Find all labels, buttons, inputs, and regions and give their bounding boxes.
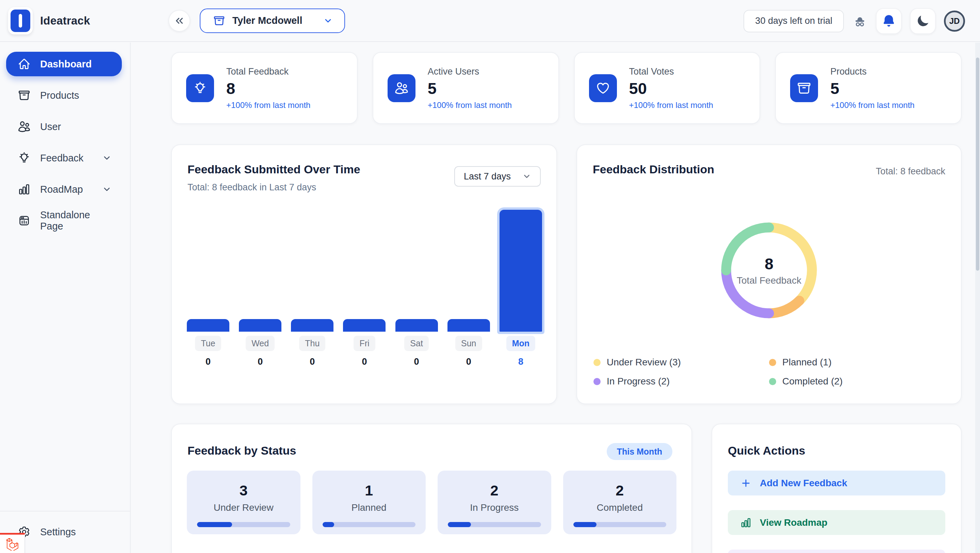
range-selector-value: Last 7 days: [464, 171, 511, 182]
donut-total-label: Total: 8 feedback: [876, 166, 945, 177]
user-avatar[interactable]: JD: [944, 11, 965, 32]
stat-card-total-feedback: Total Feedback 8 +100% from last month: [171, 52, 358, 124]
incognito-icon[interactable]: [852, 13, 868, 29]
stat-label: Total Votes: [629, 66, 713, 77]
bar-label-sat: Sat 0: [395, 336, 438, 367]
chart-bar-icon: [740, 517, 751, 528]
stat-value: 8: [226, 79, 310, 98]
stat-label: Total Feedback: [226, 66, 310, 77]
status-tile-planned: 1 Planned: [312, 470, 426, 534]
stat-card-total-votes: Total Votes 50 +100% from last month: [574, 52, 760, 124]
bar-mon[interactable]: [500, 210, 542, 331]
legend-under-review: Under Review (3): [593, 357, 769, 368]
sidebar-item-label: Feedback: [40, 153, 83, 164]
sidebar-item-label: User: [40, 121, 61, 132]
chevron-down-icon: [102, 153, 111, 163]
archive-box-icon: [18, 89, 30, 102]
workspace-name: Tyler Mcdowell: [232, 15, 302, 26]
moon-icon: [916, 14, 930, 28]
stat-value: 5: [428, 79, 512, 98]
sidebar-item-roadmap[interactable]: RoadMap: [6, 177, 122, 202]
debugbar-toggle[interactable]: [0, 533, 25, 553]
stat-card-active-users: Active Users 5 +100% from last month: [372, 52, 559, 124]
stat-card-products: Products 5 +100% from last month: [775, 52, 962, 124]
double-chevron-left-icon: [173, 15, 185, 27]
stat-value: 50: [629, 79, 713, 98]
sidebar-item-user[interactable]: User: [6, 115, 122, 139]
progress-bar: [197, 522, 290, 527]
stat-label: Active Users: [428, 66, 512, 77]
feedback-by-status-card: Feedback by Status This Month 3 Under Re…: [171, 424, 692, 553]
main-content: Total Feedback 8 +100% from last month A…: [130, 43, 980, 553]
plus-icon: [740, 478, 751, 489]
workspace-selector[interactable]: Tyler Mcdowell: [200, 8, 345, 33]
quick-actions-title: Quick Actions: [728, 444, 805, 457]
archive-box-icon: [213, 15, 225, 27]
sidebar-item-label: Settings: [40, 526, 76, 538]
chevron-down-icon: [522, 172, 531, 181]
legend-completed: Completed (2): [769, 376, 945, 387]
donut-center-value: 8: [765, 255, 773, 273]
legend-dot: [769, 359, 776, 366]
legend-dot: [593, 378, 601, 385]
bar-thu[interactable]: [291, 319, 334, 331]
sidebar-item-label: Standalone Page: [40, 209, 111, 232]
trial-status-badge: 30 days left on trial: [743, 10, 844, 32]
legend-dot: [593, 359, 601, 366]
chart-subtitle: Total: 8 feedback in Last 7 days: [188, 182, 360, 193]
add-new-feedback-button[interactable]: Add New Feedback: [728, 470, 945, 496]
sidebar-item-label: Dashboard: [40, 59, 92, 70]
chart-bar-icon: [18, 183, 30, 196]
stat-value: 5: [830, 79, 914, 98]
sidebar-item-standalone-page[interactable]: Standalone Page: [6, 209, 122, 233]
scrollbar-thumb[interactable]: [976, 57, 979, 271]
app-name: Ideatrack: [40, 14, 90, 27]
panel-icon: [18, 214, 30, 227]
legend-planned: Planned (1): [769, 357, 945, 368]
chevron-down-icon: [323, 16, 333, 25]
sidebar-item-label: Products: [40, 90, 79, 101]
dark-mode-toggle[interactable]: [910, 8, 936, 34]
bar-label-sun: Sun 0: [447, 336, 490, 367]
bell-icon: [881, 14, 896, 29]
home-icon: [18, 57, 30, 70]
status-title: Feedback by Status: [188, 444, 296, 457]
bar-chart-labels: Tue 0 Wed 0 Thu 0 Fri 0 Sat 0 Sun 0: [187, 336, 542, 367]
view-roadmap-button[interactable]: View Roadmap: [728, 510, 945, 535]
legend-in-progress: In Progress (2): [593, 376, 769, 387]
scrollbar-track: [975, 43, 980, 553]
feedback-distribution-card: Feedback Distribution Total: 8 feedback …: [576, 144, 962, 404]
lightbulb-icon: [186, 74, 214, 102]
sidebar-item-products[interactable]: Products: [6, 83, 122, 108]
bar-label-wed: Wed 0: [239, 336, 282, 367]
sidebar-item-label: RoadMap: [40, 184, 83, 195]
bar-sun[interactable]: [447, 319, 490, 331]
users-icon: [18, 120, 30, 133]
sidebar-item-feedback[interactable]: Feedback: [6, 146, 122, 170]
bar-chart: [187, 206, 542, 331]
bar-wed[interactable]: [239, 319, 282, 331]
sidebar-collapse-button[interactable]: [169, 10, 190, 32]
bar-sat[interactable]: [395, 319, 438, 331]
bar-label-thu: Thu 0: [291, 336, 334, 367]
sidebar-item-dashboard[interactable]: Dashboard: [6, 52, 122, 76]
notifications-button[interactable]: [876, 8, 902, 34]
bar-fri[interactable]: [343, 319, 385, 331]
heart-icon: [589, 74, 617, 102]
progress-bar: [573, 522, 667, 527]
status-tile-under-review: 3 Under Review: [187, 470, 301, 534]
stats-row: Total Feedback 8 +100% from last month A…: [171, 52, 962, 124]
donut-title: Feedback Distribution: [593, 163, 714, 176]
stat-delta: +100% from last month: [428, 100, 512, 110]
donut-chart[interactable]: 8 Total Feedback: [714, 216, 824, 325]
legend-dot: [769, 378, 776, 385]
stat-label: Products: [830, 66, 914, 77]
bar-tue[interactable]: [187, 319, 229, 331]
sidebar: Dashboard Products User Feedback: [0, 43, 130, 553]
range-selector[interactable]: Last 7 days: [454, 166, 541, 186]
chart-title: Feedback Submitted Over Time: [188, 163, 360, 176]
status-tile-in-progress: 2 In Progress: [438, 470, 551, 534]
top-bar: Ideatrack Tyler Mcdowell 30 days left on…: [0, 0, 980, 42]
progress-bar: [448, 522, 541, 527]
quick-action-partial[interactable]: [728, 550, 945, 553]
